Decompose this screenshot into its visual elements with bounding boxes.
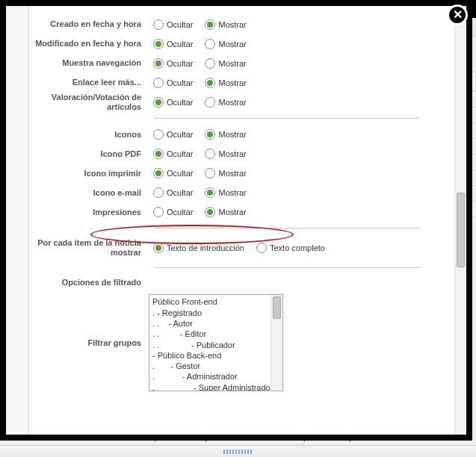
row-modificado: Modificado en fecha y hora Ocultar Mostr… — [29, 34, 454, 54]
listbox-scrollbar[interactable] — [271, 295, 282, 391]
radio-texto-intro[interactable] — [153, 243, 164, 253]
radio-impresiones-mostrar[interactable] — [205, 207, 215, 217]
radio-icono-pdf-ocultar[interactable] — [153, 149, 164, 159]
separator — [155, 118, 420, 119]
optlabel-ocultar[interactable]: Ocultar — [167, 20, 193, 29]
list-item[interactable]: . - Super Administrador — [152, 382, 269, 392]
row-iconos: Iconos Ocultar Mostrar — [29, 125, 454, 144]
list-item[interactable]: . - Gestor — [152, 361, 269, 371]
list-item[interactable]: . . - Autor — [152, 318, 269, 329]
label-filtrar-grupos: Filtrar grupos — [29, 338, 149, 348]
optlabel-mostrar[interactable]: Mostrar — [218, 20, 246, 29]
radio-icono-email-mostrar[interactable] — [205, 187, 215, 198]
row-creado: Creado en fecha y hora Ocultar Mostrar — [29, 15, 454, 34]
label-icono-email: Icono e-mail — [29, 188, 149, 198]
separator — [155, 228, 420, 228]
filtrar-grupos-listbox[interactable]: Público Front-end . - Registrado . . - A… — [149, 294, 283, 391]
row-leer-mas: Enlace leer más... Ocultar Mostrar — [29, 73, 454, 93]
separator — [155, 267, 420, 268]
modal-vertical-scrollbar[interactable] — [454, 6, 466, 435]
modal-dialog: ✕ Creado en fecha y hora Ocultar Mostrar… — [0, 0, 472, 441]
radio-creado-mostrar[interactable] — [205, 19, 215, 30]
row-impresiones: Impresiones Ocultar Mostrar — [29, 202, 454, 222]
list-item[interactable]: Público Front-end — [152, 296, 269, 307]
row-navegacion: Muestra navegación Ocultar Mostrar — [29, 54, 454, 73]
listbox-items: Público Front-end . - Registrado . . - A… — [149, 295, 282, 391]
label-iconos: Iconos — [29, 130, 149, 140]
row-filtrar-grupos: Filtrar grupos Público Front-end . - Reg… — [29, 290, 454, 395]
radio-texto-completo[interactable] — [256, 243, 267, 253]
label-leer-mas: Enlace leer más... — [29, 78, 149, 87]
radio-iconos-mostrar[interactable] — [205, 129, 215, 140]
label-por-cada-item: Por cada ítem de la noticia mostrar — [29, 238, 149, 258]
list-item[interactable]: . . - Editor — [152, 329, 269, 339]
close-icon: ✕ — [453, 9, 463, 21]
label-icono-imprimir: Icono imprimir — [29, 169, 149, 178]
label-icono-pdf: Icono PDF — [29, 149, 149, 159]
radio-leer-mas-ocultar[interactable] — [153, 78, 164, 88]
label-navegacion: Muestra navegación — [29, 58, 149, 68]
row-icono-pdf: Icono PDF Ocultar Mostrar — [29, 144, 454, 164]
listbox-scrollbar-thumb[interactable] — [273, 296, 281, 319]
row-icono-imprimir: Icono imprimir Ocultar Mostrar — [29, 164, 454, 183]
row-icono-email: Icono e-mail Ocultar Mostrar — [29, 183, 454, 202]
radio-leer-mas-mostrar[interactable] — [205, 78, 215, 88]
row-valoracion: Valoración/Votación de artículos Ocultar… — [29, 93, 454, 112]
list-item[interactable]: . - Registrado — [152, 308, 269, 318]
radio-icono-pdf-mostrar[interactable] — [205, 149, 215, 159]
radio-iconos-ocultar[interactable] — [153, 129, 164, 140]
label-creado: Creado en fecha y hora — [29, 19, 149, 29]
modal-left-gutter — [6, 6, 28, 435]
radio-creado-ocultar[interactable] — [153, 19, 164, 30]
label-opciones-filtrado: Opciones de filtrado — [29, 278, 149, 287]
close-button[interactable]: ✕ — [447, 4, 468, 25]
label-modificado: Modificado en fecha y hora — [29, 39, 149, 49]
radio-valoracion-ocultar[interactable] — [153, 97, 164, 108]
radio-valoracion-mostrar[interactable] — [205, 97, 215, 108]
list-item[interactable]: - Público Back-end — [152, 350, 269, 361]
radio-icono-imprimir-mostrar[interactable] — [205, 168, 215, 178]
radio-navegacion-mostrar[interactable] — [205, 58, 215, 69]
radio-icono-email-ocultar[interactable] — [153, 187, 164, 198]
label-valoracion: Valoración/Votación de artículos — [29, 93, 149, 112]
radio-icono-imprimir-ocultar[interactable] — [153, 168, 164, 178]
radio-impresiones-ocultar[interactable] — [153, 207, 164, 217]
settings-form: Creado en fecha y hora Ocultar Mostrar M… — [29, 6, 454, 435]
list-item[interactable]: . . - Publicador — [152, 340, 269, 350]
list-item[interactable]: . - Administrador — [152, 371, 269, 382]
modal-content-panel: Creado en fecha y hora Ocultar Mostrar M… — [28, 6, 466, 435]
radio-modificado-mostrar[interactable] — [205, 39, 215, 49]
radio-navegacion-ocultar[interactable] — [153, 58, 164, 69]
scrollbar-thumb[interactable] — [457, 193, 465, 267]
label-impresiones: Impresiones — [29, 208, 149, 217]
optlabel-texto-intro[interactable]: Texto de introducción — [167, 243, 244, 252]
radio-modificado-ocultar[interactable] — [153, 39, 164, 49]
optlabel-texto-completo[interactable]: Texto completo — [270, 243, 325, 252]
row-por-cada-item: Por cada ítem de la noticia mostrar Text… — [29, 234, 454, 261]
page-horizontal-scrollbar[interactable] — [0, 445, 476, 457]
row-opciones-filtrado: Opciones de filtrado — [29, 274, 454, 290]
